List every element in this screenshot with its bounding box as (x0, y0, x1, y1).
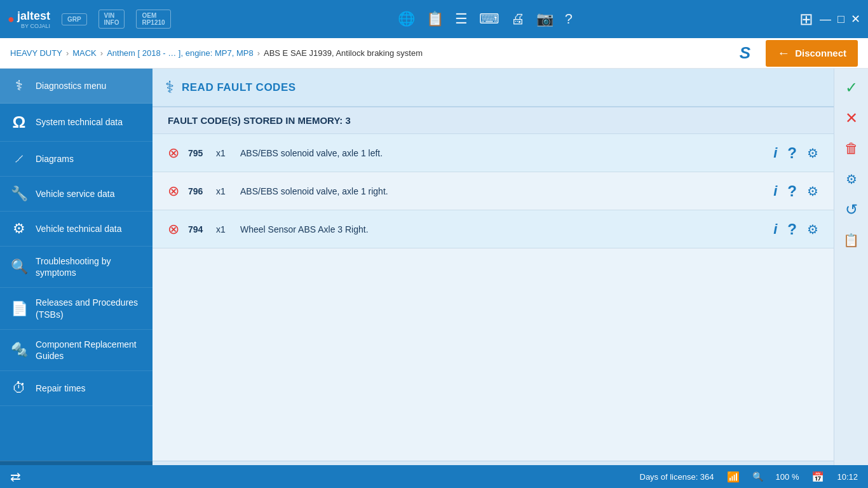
oem-badge[interactable]: OEM RP1210 (136, 10, 170, 29)
main-layout: ⚕ Diagnostics menu Ω System technical da… (0, 69, 868, 488)
sidebar-item-label: Vehicle service data (36, 188, 115, 200)
breadcrumb-item-heavyduty[interactable]: HEAVY DUTY (10, 48, 62, 58)
system-technical-data-icon: Ω (10, 112, 28, 132)
document-icon[interactable]: 📋 (426, 11, 444, 27)
header-icons: 🌐 📋 ☰ ⌨ 🖨 📷 ? (398, 11, 573, 27)
fault-description: Wheel Sensor ABS Axle 3 Right. (240, 224, 764, 234)
component-replacement-icon: 🔩 (10, 342, 28, 358)
fault-active-icon: ⊗ (168, 145, 179, 161)
clipboard-button[interactable]: 📋 (837, 226, 865, 254)
reject-button[interactable]: ✕ (837, 104, 865, 132)
sidebar-item-label: Releases and Procedures (TSBs) (36, 297, 142, 320)
fault-list: ⊗ 795 x1 ABS/EBS solenoid valve, axle 1 … (153, 134, 834, 461)
vehicle-technical-data-icon: ⚙ (10, 220, 28, 237)
fault-row: ⊗ 794 x1 Wheel Sensor ABS Axle 3 Right. … (153, 210, 834, 248)
sidebar-item-troubleshooting[interactable]: 🔍 Troubleshooting by symptoms (0, 247, 153, 288)
vin-badge[interactable]: VIN INFO (98, 10, 125, 29)
breadcrumb: HEAVY DUTY › MACK › Anthem [ 2018 - … ],… (0, 38, 868, 69)
section-title: READ FAULT CODES (182, 81, 296, 94)
breadcrumb-item-anthem[interactable]: Anthem [ 2018 - … ], engine: MP7, MP8 (107, 48, 254, 58)
apps-icon[interactable]: ⊞ (799, 10, 813, 29)
sidebar-item-label: Diagrams (36, 153, 74, 165)
wrench-button[interactable]: ⚙ (807, 146, 818, 161)
breadcrumb-item-mack[interactable]: MACK (72, 48, 97, 58)
logo: ● jaltest BY COJALI (8, 10, 50, 29)
repair-times-icon: ⏱ (10, 380, 28, 396)
fault-actions: i ? ⚙ (773, 220, 818, 238)
troubleshooting-icon: 🔍 (10, 259, 28, 275)
license-text: Days of license: 364 (640, 472, 714, 482)
header: ● jaltest BY COJALI GRP VIN INFO OEM RP1… (0, 0, 868, 38)
grp-badge[interactable]: GRP (62, 13, 87, 25)
globe-icon[interactable]: 🌐 (398, 11, 415, 27)
sidebar-list: ⚕ Diagnostics menu Ω System technical da… (0, 69, 153, 461)
wrench-button[interactable]: ⚙ (807, 222, 818, 237)
diagnostics-menu-icon: ⚕ (10, 78, 28, 94)
sidebar-item-vehicle-technical-data[interactable]: ⚙ Vehicle technical data (0, 212, 153, 247)
sidebar-item-label: Component Replacement Guides (36, 339, 142, 362)
usb-icon: ⇄ (10, 469, 21, 484)
logo-text: jaltest BY COJALI (17, 10, 50, 29)
sidebar-item-releases-procedures[interactable]: 📄 Releases and Procedures (TSBs) (0, 288, 153, 329)
logo-dot: ● (8, 13, 15, 26)
info-button[interactable]: i (773, 145, 777, 161)
breadcrumb-item-abs[interactable]: ABS E SAE J1939, Antilock braking system (264, 48, 423, 58)
print-icon[interactable]: 🖨 (511, 11, 525, 27)
wifi-icon: 📶 (727, 471, 740, 483)
sidebar-item-component-replacement[interactable]: 🔩 Component Replacement Guides (0, 330, 153, 371)
section-icon: ⚕ (165, 78, 174, 97)
content-area: ⚕ READ FAULT CODES FAULT CODE(S) STORED … (153, 69, 834, 488)
keyboard-icon[interactable]: ⌨ (479, 11, 499, 27)
info-button[interactable]: i (773, 183, 777, 200)
session-icon: S (740, 43, 750, 63)
camera-icon[interactable]: 📷 (536, 11, 553, 27)
zoom-value: 100 % (776, 472, 799, 482)
fault-description: ABS/EBS solenoid valve, axle 1 right. (240, 186, 764, 196)
breadcrumb-right: S ← Disconnect (740, 40, 858, 67)
disconnect-button[interactable]: ← Disconnect (766, 40, 858, 67)
fault-row: ⊗ 795 x1 ABS/EBS solenoid valve, axle 1 … (153, 134, 834, 172)
fault-count: x1 (216, 224, 231, 234)
fault-description: ABS/EBS solenoid valve, axle 1 left. (240, 148, 764, 158)
fault-code: 796 (188, 186, 207, 196)
delete-button[interactable]: 🗑 (837, 135, 865, 163)
help-button[interactable]: ? (787, 182, 797, 200)
fault-active-icon: ⊗ (168, 183, 179, 200)
releases-procedures-icon: 📄 (10, 301, 28, 317)
info-button[interactable]: i (773, 221, 777, 238)
sidebar-item-repair-times[interactable]: ⏱ Repair times (0, 371, 153, 406)
sidebar-item-label: System technical data (36, 116, 123, 128)
diagrams-icon: ⟋ (10, 151, 28, 167)
maximize-button[interactable]: □ (837, 12, 844, 26)
close-button[interactable]: ✕ (851, 12, 860, 26)
fault-actions: i ? ⚙ (773, 182, 818, 200)
fault-banner: FAULT CODE(S) STORED IN MEMORY: 3 (153, 107, 834, 134)
wrench-button[interactable]: ⚙ (807, 184, 818, 199)
sidebar-item-diagnostics-menu[interactable]: ⚕ Diagnostics menu (0, 69, 153, 104)
disconnect-arrow-icon: ← (777, 46, 790, 60)
help-icon[interactable]: ? (565, 11, 573, 27)
sidebar-item-label: Repair times (36, 383, 86, 394)
sidebar-item-label: Troubleshooting by symptoms (36, 255, 142, 278)
minimize-button[interactable]: — (820, 12, 831, 26)
status-bar: ⇄ Days of license: 364 📶 🔍 100 % 📅 10:12 (0, 465, 868, 488)
sidebar-item-system-technical-data[interactable]: Ω System technical data (0, 104, 153, 142)
help-button[interactable]: ? (787, 220, 797, 238)
window-controls: — □ ✕ (820, 12, 860, 26)
sidebar-item-vehicle-service-data[interactable]: 🔧 Vehicle service data (0, 177, 153, 212)
settings-button[interactable]: ⚙ (837, 165, 865, 193)
accept-button[interactable]: ✓ (837, 74, 865, 102)
fault-active-icon: ⊗ (168, 221, 179, 238)
fault-code: 794 (188, 224, 207, 234)
help-button[interactable]: ? (787, 144, 797, 162)
breadcrumb-path: HEAVY DUTY › MACK › Anthem [ 2018 - … ],… (10, 48, 423, 58)
current-time: 10:12 (837, 472, 858, 482)
logo-sub: BY COJALI (17, 23, 50, 29)
list-icon[interactable]: ☰ (455, 11, 468, 27)
vehicle-service-data-icon: 🔧 (10, 186, 28, 202)
refresh-button[interactable]: ↺ (837, 196, 865, 224)
header-right: ⊞ — □ ✕ (799, 10, 860, 29)
fault-code: 795 (188, 148, 207, 158)
fault-row: ⊗ 796 x1 ABS/EBS solenoid valve, axle 1 … (153, 172, 834, 210)
sidebar-item-diagrams[interactable]: ⟋ Diagrams (0, 142, 153, 177)
